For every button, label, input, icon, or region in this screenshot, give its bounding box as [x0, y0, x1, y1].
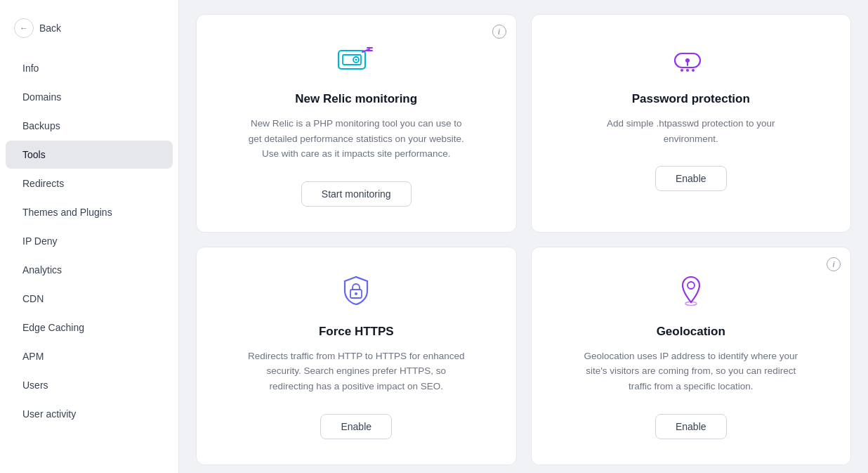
svg-point-16 [685, 302, 697, 305]
card-button-geolocation[interactable]: Enable [655, 414, 727, 439]
back-button[interactable]: ← Back [0, 11, 178, 45]
card-password-protection: Password protection Add simple .htpasswd… [531, 14, 852, 233]
card-title-password-protection: Password protection [632, 92, 750, 106]
sidebar-item-user-activity[interactable]: User activity [6, 400, 173, 428]
card-description-geolocation: Geolocation uses IP address to identify … [579, 349, 803, 394]
svg-point-10 [680, 69, 683, 72]
sidebar-item-themes-plugins[interactable]: Themes and Plugins [6, 198, 173, 226]
card-button-new-relic[interactable]: Start monitoring [301, 181, 412, 207]
card-description-password-protection: Add simple .htpasswd protection to your … [579, 116, 803, 146]
sidebar-item-apm[interactable]: APM [6, 342, 173, 370]
card-description-new-relic: New Relic is a PHP monitoring tool you c… [244, 116, 468, 162]
sidebar-item-backups[interactable]: Backups [6, 112, 173, 140]
card-icon-password-protection [672, 40, 710, 78]
sidebar: ← Back InfoDomainsBackupsToolsRedirectsT… [0, 0, 179, 473]
svg-point-15 [688, 282, 695, 289]
card-icon-force-https [341, 273, 371, 311]
card-icon-new-relic [337, 40, 375, 78]
sidebar-item-redirects[interactable]: Redirects [6, 169, 173, 197]
svg-point-12 [692, 69, 695, 72]
card-button-password-protection[interactable]: Enable [655, 166, 727, 191]
svg-point-3 [355, 59, 357, 61]
card-description-force-https: Redirects traffic from HTTP to HTTPS for… [244, 349, 468, 394]
svg-point-14 [355, 292, 357, 295]
sidebar-item-tools[interactable]: Tools [6, 141, 173, 169]
card-button-force-https[interactable]: Enable [320, 414, 392, 439]
main-content: i New Relic monitoring New Relic is a PH… [179, 0, 868, 473]
sidebar-item-users[interactable]: Users [6, 371, 173, 399]
sidebar-item-domains[interactable]: Domains [6, 83, 173, 111]
card-title-force-https: Force HTTPS [319, 325, 394, 339]
sidebar-item-analytics[interactable]: Analytics [6, 256, 173, 284]
card-force-https: Force HTTPS Redirects traffic from HTTP … [196, 247, 517, 465]
sidebar-item-info[interactable]: Info [6, 54, 173, 82]
sidebar-item-ip-deny[interactable]: IP Deny [6, 227, 173, 255]
card-geolocation: i Geolocation Geolocation uses IP addres… [531, 247, 852, 465]
card-new-relic: i New Relic monitoring New Relic is a PH… [196, 14, 517, 233]
sidebar-item-cdn[interactable]: CDN [6, 285, 173, 313]
card-icon-geolocation [676, 273, 706, 311]
info-icon-new-relic[interactable]: i [492, 25, 506, 39]
tools-grid: i New Relic monitoring New Relic is a PH… [196, 14, 851, 465]
sidebar-item-edge-caching[interactable]: Edge Caching [6, 313, 173, 342]
card-title-geolocation: Geolocation [657, 325, 725, 339]
card-title-new-relic: New Relic monitoring [295, 92, 417, 106]
back-arrow-icon: ← [14, 18, 34, 38]
back-label: Back [39, 22, 61, 34]
svg-point-11 [686, 69, 689, 72]
info-icon-geolocation[interactable]: i [827, 257, 841, 271]
